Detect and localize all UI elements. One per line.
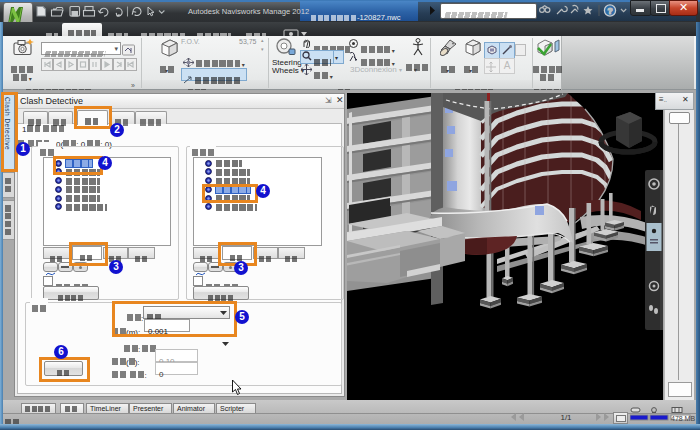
svg-text:1/1: 1/1 [560, 413, 572, 422]
svg-text:?: ? [607, 6, 612, 16]
